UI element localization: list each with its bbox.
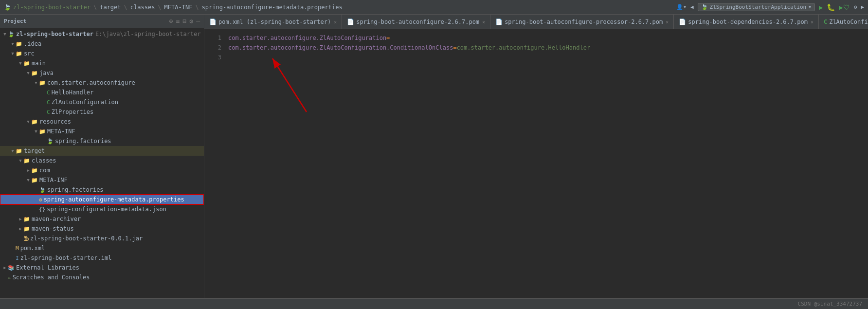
hide-empty-icon[interactable]: ⊟ xyxy=(183,18,187,25)
tree-item[interactable]: ▼📁target xyxy=(0,146,204,156)
tree-item-label: com xyxy=(39,167,50,174)
breadcrumb-part4[interactable]: META-INF xyxy=(164,4,193,11)
tree-arrow-icon[interactable]: ▶ xyxy=(25,168,31,173)
breadcrumb-part3[interactable]: classes xyxy=(130,4,155,11)
editor-tab[interactable]: 📄pom.xml (zl-spring-boot-starter)× xyxy=(204,15,342,29)
tab-label: pom.xml (zl-spring-boot-starter) xyxy=(218,18,331,25)
tree-item[interactable]: ▼📁java xyxy=(0,68,204,78)
run-button[interactable]: ▶ xyxy=(819,3,823,11)
vcs-icon[interactable]: 👤▾ xyxy=(676,4,687,10)
line-number: 1 xyxy=(204,33,221,43)
editor-content[interactable]: 123 com.starter.autoconfigure.ZlAutoConf… xyxy=(204,29,868,298)
breadcrumb: 🍃 zl-spring-boot-starter \ target \ clas… xyxy=(4,4,343,11)
tree-item[interactable]: ▼📁com.starter.autoconfigure xyxy=(0,78,204,88)
file-icon: {} xyxy=(39,206,45,213)
tree-item-label: ZlProperties xyxy=(52,109,94,115)
file-icon: 📁 xyxy=(31,177,38,183)
tree-item[interactable]: CHelloHandler xyxy=(0,88,204,97)
file-icon: C xyxy=(47,109,50,115)
tree-item[interactable]: CZlAutoConfiguration xyxy=(0,97,204,107)
tree-arrow-icon[interactable]: ▼ xyxy=(18,158,23,163)
file-icon: 📁 xyxy=(31,119,38,125)
breadcrumb-file[interactable]: spring-autoconfigure-metadata.properties xyxy=(202,4,343,11)
line-number: 3 xyxy=(204,53,221,62)
tree-item[interactable]: ▼📁META-INF xyxy=(0,175,204,185)
file-icon: 📁 xyxy=(23,226,30,232)
tree-arrow-icon[interactable]: ▼ xyxy=(33,129,39,134)
breadcrumb-part2[interactable]: target xyxy=(100,4,121,11)
file-icon: 📁 xyxy=(16,41,22,47)
tree-item-label: Scratches and Consoles xyxy=(13,274,90,281)
tree-item[interactable]: ▼🍃zl-spring-boot-starter E:\java\zl-spri… xyxy=(0,29,204,39)
editor-tab[interactable]: 📄spring-boot-autoconfigure-processor-2.6… xyxy=(490,15,674,29)
tree-item[interactable]: ▼📁.idea xyxy=(0,39,204,49)
tree-item[interactable]: ▶📁com xyxy=(0,165,204,175)
editor-tab[interactable]: CZlAutoConfiguration.java× xyxy=(819,15,868,29)
editor-tab[interactable]: 📄spring-boot-dependencies-2.6.7.pom× xyxy=(674,15,819,29)
nav-back-icon[interactable]: ◀ xyxy=(690,4,694,10)
editor-tab[interactable]: 📄spring-boot-autoconfigure-2.6.7.pom× xyxy=(342,15,490,29)
tab-label: spring-boot-dependencies-2.6.7.pom xyxy=(688,18,808,25)
tree-item[interactable]: 🍃spring.factories xyxy=(0,136,204,146)
tree-item[interactable]: 🍃spring.factories xyxy=(0,185,204,195)
file-icon: I xyxy=(16,255,19,261)
tree-arrow-icon[interactable]: ▶ xyxy=(18,226,23,231)
tree-arrow-icon[interactable]: ▼ xyxy=(10,41,16,46)
file-icon: 📁 xyxy=(16,51,22,57)
tree-arrow-icon[interactable]: ▶ xyxy=(2,265,8,270)
more-actions-button[interactable]: ⚙ xyxy=(854,4,857,10)
tree-item[interactable]: Mpom.xml xyxy=(0,243,204,253)
dropdown-arrow-icon: ▾ xyxy=(808,4,812,10)
collapse-all-icon[interactable]: ≡ xyxy=(176,18,180,25)
top-bar-right: 👤▾ ◀ 🍃 ZlSpringBootStarterApplication ▾ … xyxy=(676,3,864,11)
code-area[interactable]: com.starter.autoconfigure.ZlAutoConfigur… xyxy=(226,29,868,298)
tab-close-button[interactable]: × xyxy=(811,19,814,25)
tree-arrow-icon[interactable]: ▼ xyxy=(2,32,8,36)
settings-icon[interactable]: ⚙ xyxy=(189,18,193,25)
tree-item[interactable]: Izl-spring-boot-starter.iml xyxy=(0,253,204,263)
tab-file-icon: 📄 xyxy=(679,18,686,25)
tree-item[interactable]: CZlProperties xyxy=(0,107,204,117)
tree-arrow-icon[interactable]: ▼ xyxy=(10,51,16,56)
tree-arrow-icon[interactable]: ▼ xyxy=(25,119,31,124)
sidebar: Project ⊕ ≡ ⊟ ⚙ ─ ▼🍃zl-spring-boot-start… xyxy=(0,15,204,298)
tree-arrow-icon[interactable]: ▼ xyxy=(18,61,23,66)
tree-item[interactable]: ▼📁classes xyxy=(0,156,204,165)
tree-item[interactable]: 🗜zl-spring-boot-starter-0.0.1.jar xyxy=(0,234,204,243)
tree-item[interactable]: ▼📁resources xyxy=(0,117,204,127)
tree-item[interactable]: ✏Scratches and Consoles xyxy=(0,273,204,282)
tree-item[interactable]: ⚙spring-autoconfigure-metadata.propertie… xyxy=(0,195,204,204)
spring-run-icon: 🍃 xyxy=(701,4,708,10)
tab-close-button[interactable]: × xyxy=(482,19,485,25)
debug-button[interactable]: 🐛 xyxy=(827,3,835,11)
credit-text: CSDN @sinat_33472737 xyxy=(798,301,862,307)
tree-item[interactable]: ▶📁maven-archiver xyxy=(0,214,204,224)
tab-close-button[interactable]: × xyxy=(334,19,337,25)
scope-icon[interactable]: ⊕ xyxy=(169,18,173,25)
tree-arrow-icon[interactable]: ▼ xyxy=(25,178,31,182)
tree-item[interactable]: ▼📁src xyxy=(0,49,204,58)
nav-forward-icon[interactable]: ▶ xyxy=(861,4,864,10)
tree-item[interactable]: ▼📁main xyxy=(0,58,204,68)
tree-item-label: com.starter.autoconfigure xyxy=(47,79,135,86)
minimize-icon[interactable]: ─ xyxy=(196,18,200,25)
tree-item[interactable]: ▼📁META-INF xyxy=(0,127,204,136)
tab-file-icon: 📄 xyxy=(209,18,217,25)
tree-arrow-icon[interactable]: ▶ xyxy=(18,217,23,221)
tree-item[interactable]: ▶📁maven-status xyxy=(0,224,204,234)
run-with-coverage-button[interactable]: ▶🛡 xyxy=(839,3,850,11)
code-key: com.starter.autoconfigure.ZlAutoConfigur… xyxy=(228,35,386,41)
run-config-selector[interactable]: 🍃 ZlSpringBootStarterApplication ▾ xyxy=(698,3,815,11)
tree-item[interactable]: ▶📚External Libraries xyxy=(0,263,204,273)
tab-close-button[interactable]: × xyxy=(666,19,669,25)
file-icon: 🍃 xyxy=(8,31,15,37)
tree-item-label: classes xyxy=(32,157,56,164)
sidebar-toolbar: ⊕ ≡ ⊟ ⚙ ─ xyxy=(169,18,200,25)
breadcrumb-part1[interactable]: zl-spring-boot-starter xyxy=(13,4,90,11)
code-value: com.starter.autoconfigure.HelloHandler xyxy=(457,44,591,51)
tree-item[interactable]: {}spring-configuration-metadata.json xyxy=(0,204,204,214)
tree-arrow-icon[interactable]: ▼ xyxy=(10,148,16,153)
tree-arrow-icon[interactable]: ▼ xyxy=(33,80,39,85)
tree-arrow-icon[interactable]: ▼ xyxy=(25,71,31,75)
code-equals: = xyxy=(386,35,390,41)
